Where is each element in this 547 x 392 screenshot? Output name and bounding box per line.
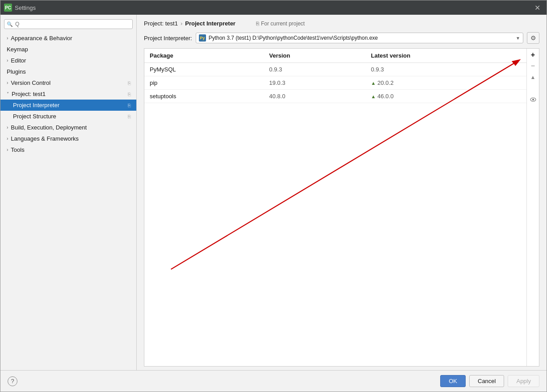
expand-arrow: ›: [7, 147, 8, 152]
sidebar-item-keymap[interactable]: Keymap: [0, 44, 136, 55]
package-name: PyMySQL: [144, 63, 264, 76]
sidebar-item-project-structure[interactable]: Project Structure ⎘: [0, 111, 136, 122]
interpreter-row: Project Interpreter: Py Python 3.7 (test…: [144, 32, 539, 44]
package-name: pip: [144, 76, 264, 90]
cancel-button[interactable]: Cancel: [469, 375, 504, 387]
titlebar: PC Settings ✕: [0, 0, 547, 15]
sidebar-item-label: Keymap: [7, 46, 28, 53]
search-box: 🔍: [4, 19, 133, 29]
breadcrumb: Project: test1 › Project Interpreter ⎘ F…: [144, 20, 539, 27]
package-latest: ▲ 46.0.0: [366, 90, 526, 103]
add-package-button[interactable]: +: [528, 50, 539, 60]
sidebar-item-editor[interactable]: › Editor: [0, 55, 136, 66]
package-name: setuptools: [144, 90, 264, 103]
sidebar-item-label: Project Interpreter: [13, 102, 59, 108]
interpreter-gear-button[interactable]: ⚙: [527, 32, 539, 44]
packages-table: Package Version Latest version PyMySQL 0…: [144, 49, 526, 366]
copy-icon: ⎘: [128, 92, 131, 97]
breadcrumb-parent: Project: test1: [144, 20, 178, 27]
search-icon: 🔍: [7, 21, 13, 27]
copy-icon: ⎘: [128, 103, 131, 108]
package-version: 40.8.0: [264, 90, 366, 103]
sidebar-item-label: Project Structure: [13, 113, 56, 120]
table-header-row: Package Version Latest version: [144, 49, 526, 63]
col-package: Package: [144, 49, 264, 63]
expand-arrow: ›: [7, 36, 8, 41]
sidebar-item-plugins[interactable]: Plugins: [0, 66, 136, 77]
interpreter-label: Project Interpreter:: [144, 35, 192, 42]
sidebar-item-appearance[interactable]: › Appearance & Behavior: [0, 33, 136, 44]
chevron-down-icon: ▼: [516, 36, 520, 41]
bottom-bar: ? OK Cancel Apply: [0, 370, 547, 392]
close-button[interactable]: ✕: [532, 3, 543, 13]
upgrade-package-button[interactable]: ▲: [528, 72, 539, 83]
upgrade-arrow-icon: ▲: [371, 80, 376, 86]
package-latest: ▲ 20.0.2: [366, 76, 526, 90]
expand-arrow: ›: [7, 58, 8, 63]
search-input[interactable]: [4, 19, 133, 29]
sidebar-item-build-execution[interactable]: › Build, Execution, Deployment: [0, 122, 136, 133]
breadcrumb-current: Project Interpreter: [185, 20, 236, 27]
remove-package-button[interactable]: −: [528, 61, 539, 71]
expand-arrow: ›: [7, 80, 8, 85]
sidebar-item-label: Build, Execution, Deployment: [11, 124, 87, 131]
package-version: 0.9.3: [264, 63, 366, 76]
main-panel: Project: test1 › Project Interpreter ⎘ F…: [137, 15, 547, 370]
for-project-icon: ⎘: [256, 21, 259, 27]
interpreter-value: Python 3.7 (test1) D:\Python\pythonCode\…: [209, 35, 513, 41]
sidebar-item-label: Languages & Frameworks: [11, 135, 79, 142]
package-version: 19.0.3: [264, 76, 366, 90]
apply-button[interactable]: Apply: [508, 375, 539, 387]
sidebar: 🔍 › Appearance & Behavior Keymap › Edito…: [0, 15, 137, 370]
settings-window: PC Settings ✕ 🔍 › Appearance & Behavior …: [0, 0, 547, 392]
expand-arrow: ›: [7, 125, 8, 130]
package-latest: 0.9.3: [366, 63, 526, 76]
table-row[interactable]: PyMySQL 0.9.3 0.9.3: [144, 63, 526, 76]
for-project-badge: ⎘ For current project: [256, 21, 305, 27]
expand-arrow: ˅: [7, 92, 9, 96]
help-button[interactable]: ?: [8, 376, 17, 386]
sidebar-item-label: Project: test1: [12, 91, 46, 97]
sidebar-item-label: Tools: [11, 146, 24, 153]
for-project-text: For current project: [261, 21, 305, 27]
titlebar-left: PC Settings: [4, 4, 36, 12]
breadcrumb-separator: ›: [181, 20, 182, 27]
svg-point-1: [532, 99, 534, 100]
sidebar-item-project-interpreter[interactable]: Project Interpreter ⎘: [0, 100, 136, 111]
spacer: [144, 367, 539, 370]
sidebar-item-label: Plugins: [7, 68, 26, 75]
bottom-bar-left: ?: [8, 376, 17, 386]
content-area: 🔍 › Appearance & Behavior Keymap › Edito…: [0, 15, 547, 370]
sidebar-item-label: Appearance & Behavior: [11, 35, 72, 42]
packages-list: Package Version Latest version PyMySQL 0…: [144, 49, 526, 103]
window-title: Settings: [15, 4, 36, 11]
copy-icon: ⎘: [128, 114, 131, 119]
gear-icon: ⚙: [530, 34, 536, 42]
app-icon: PC: [4, 4, 12, 12]
show-packages-button[interactable]: [528, 94, 539, 105]
table-row[interactable]: setuptools 40.8.0 ▲ 46.0.0: [144, 90, 526, 103]
sidebar-item-tools[interactable]: › Tools: [0, 144, 136, 155]
ok-button[interactable]: OK: [440, 375, 466, 387]
interpreter-select[interactable]: Py Python 3.7 (test1) D:\Python\pythonCo…: [196, 33, 523, 43]
copy-icon: ⎘: [128, 80, 131, 86]
packages-table-container: Package Version Latest version PyMySQL 0…: [144, 48, 539, 367]
table-row[interactable]: pip 19.0.3 ▲ 20.0.2: [144, 76, 526, 90]
sidebar-item-label: Version Control: [11, 79, 50, 86]
sidebar-item-label: Editor: [11, 57, 26, 64]
sidebar-item-version-control[interactable]: › Version Control ⎘: [0, 77, 136, 88]
col-latest: Latest version: [366, 49, 526, 63]
sidebar-item-project-test1[interactable]: ˅ Project: test1 ⎘: [0, 88, 136, 100]
col-version: Version: [264, 49, 366, 63]
python-icon: Py: [199, 34, 206, 42]
expand-arrow: ›: [7, 136, 8, 141]
table-actions: + − ▲ ▼: [526, 49, 539, 366]
bottom-bar-right: OK Cancel Apply: [440, 375, 539, 387]
upgrade-arrow-icon: ▲: [371, 94, 376, 99]
sidebar-item-languages[interactable]: › Languages & Frameworks: [0, 133, 136, 144]
